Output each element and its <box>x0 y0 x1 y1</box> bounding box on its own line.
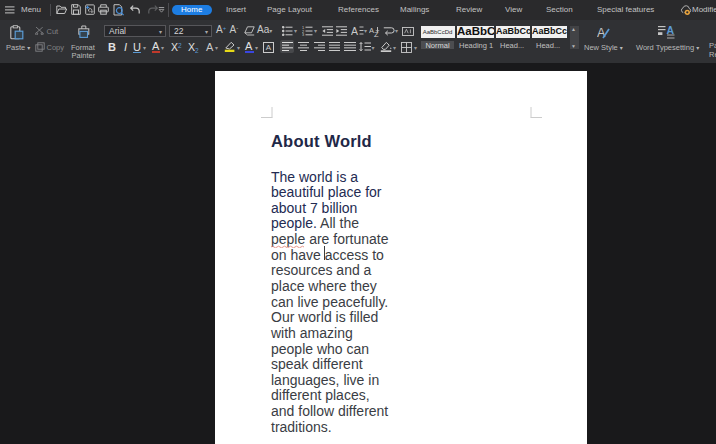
svg-text:A: A <box>667 25 675 36</box>
svg-text:A: A <box>597 26 606 40</box>
svg-text:A: A <box>351 25 358 37</box>
svg-text:3: 3 <box>302 33 304 36</box>
